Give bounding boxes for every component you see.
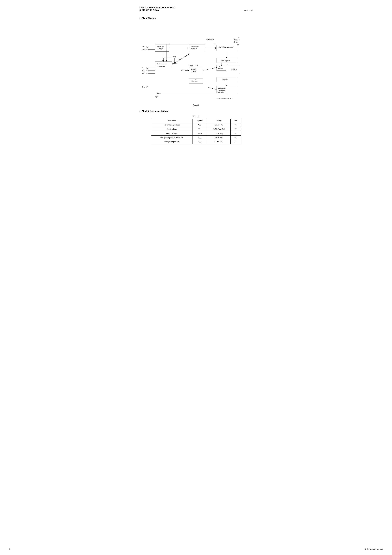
scl-label: SCL: [142, 46, 145, 47]
svg-marker-49: [188, 54, 189, 55]
serial-clock-label2: Controller: [191, 48, 197, 50]
ratings-heading: Absolute Maximum Ratings: [139, 110, 253, 112]
table-row: Storage temperature Tstg -65 to +150 °C: [151, 140, 241, 144]
ratings-table: Parameter Symbol Ratings Unit Power supp…: [151, 119, 241, 144]
svg-marker-35: [221, 65, 222, 66]
page-header: CMOS 2-WIRE SERIAL EEPROM S-24C01A/02A/0…: [139, 6, 253, 12]
svg-rect-0: [147, 46, 148, 47]
a1-label: A1: [142, 70, 144, 71]
data-register-label: Data Register: [221, 60, 230, 61]
svg-marker-19: [188, 47, 189, 49]
vcc-sub: CC: [236, 40, 237, 41]
svg-marker-30: [226, 57, 227, 58]
doa-label3: Controller: [218, 91, 224, 93]
col-ratings: Ratings: [207, 119, 231, 123]
table-row: Input voltage VIN -0.3 to VCC+0.3 V: [151, 127, 241, 131]
xdec-label2: Decoder: [218, 68, 223, 69]
table-row: Storage temperature under bias Tbias -50…: [151, 136, 241, 140]
load-label1: LOAD: [172, 56, 176, 58]
table-row: Power supply voltage VCC -0.3 to +7.0 V: [151, 123, 241, 127]
rw-label: R / W: [181, 69, 184, 71]
svg-line-40: [208, 87, 217, 90]
doc-title-line1: CMOS 2-WIRE SERIAL EEPROM: [139, 6, 175, 9]
svg-marker-61: [216, 80, 217, 82]
dout-sub: OUT: [158, 93, 161, 94]
svg-marker-23: [166, 60, 167, 62]
doc-rev: Rev. 2.2_30: [243, 9, 253, 11]
table-label: Table 2: [139, 115, 253, 117]
din-label: D: [142, 86, 143, 88]
dac-label2: Comparator: [158, 65, 165, 67]
addr-counter-label2: Counter: [191, 71, 196, 72]
table-row: Output voltage VOUT -0.3 to VCC V: [151, 131, 241, 135]
col-unit: Unit: [231, 119, 241, 123]
svg-rect-43: [155, 62, 172, 69]
sda-label: SDA: [142, 49, 145, 50]
doa-label1: Data Output: [218, 87, 225, 89]
col-parameter: Parameter: [151, 119, 193, 123]
block-diagram-section: Block Diagram SCL SDA A2 A1 A0 D IN D OU…: [139, 17, 253, 106]
hvg-label1: High-Voltage Generator: [218, 46, 233, 48]
figure-label: Figure 2: [139, 104, 253, 106]
block-diagram-svg: SCL SDA A2 A1 A0 D IN D OUT: [139, 22, 251, 102]
doa-label2: ACK Output: [218, 89, 225, 91]
svg-rect-10: [147, 87, 148, 88]
eeprom-label: EEPROM: [231, 69, 237, 70]
gnd-label: GND: [234, 42, 238, 43]
svg-marker-27: [215, 47, 217, 49]
doc-title-line2: S-24C01A/02A/04A: [139, 9, 175, 11]
dac-label1: Device Address: [157, 63, 167, 65]
svg-rect-28: [217, 45, 237, 51]
svg-marker-69: [237, 37, 240, 40]
svg-rect-6: [147, 70, 148, 71]
svg-marker-56: [188, 70, 189, 71]
col-symbol: Symbol: [193, 119, 207, 123]
block-diagram-heading: Block Diagram: [139, 17, 253, 20]
testwp-label: TEST/WP*: [206, 39, 214, 41]
addr-counter-label1: Address: [191, 69, 196, 70]
svg-marker-67: [213, 44, 215, 45]
diagram-note: * S-24C02A or S-24C04A: [217, 98, 232, 99]
svg-line-62: [203, 68, 217, 71]
svg-marker-38: [226, 85, 227, 86]
a0-label: A0: [142, 72, 144, 74]
startstop-label2: Detector: [158, 48, 163, 49]
selector-label: Selector: [222, 79, 227, 80]
ratings-section: Absolute Maximum Ratings Table 2 Paramet…: [139, 110, 253, 144]
serial-clock-label1: Serial Clock: [191, 46, 199, 48]
svg-rect-2: [147, 49, 148, 50]
svg-rect-8: [147, 73, 148, 74]
a2-label: A2: [142, 67, 144, 68]
startstop-label1: Start/Stop: [157, 46, 164, 47]
svg-rect-50: [189, 67, 203, 74]
din-sub: IN: [144, 87, 145, 88]
xdec-label1: X: [219, 66, 220, 67]
svg-line-83: [172, 54, 189, 64]
svg-marker-59: [195, 79, 196, 80]
ydec-label: Y Decoder: [191, 80, 197, 82]
svg-rect-4: [147, 67, 148, 68]
svg-marker-63: [216, 67, 217, 68]
